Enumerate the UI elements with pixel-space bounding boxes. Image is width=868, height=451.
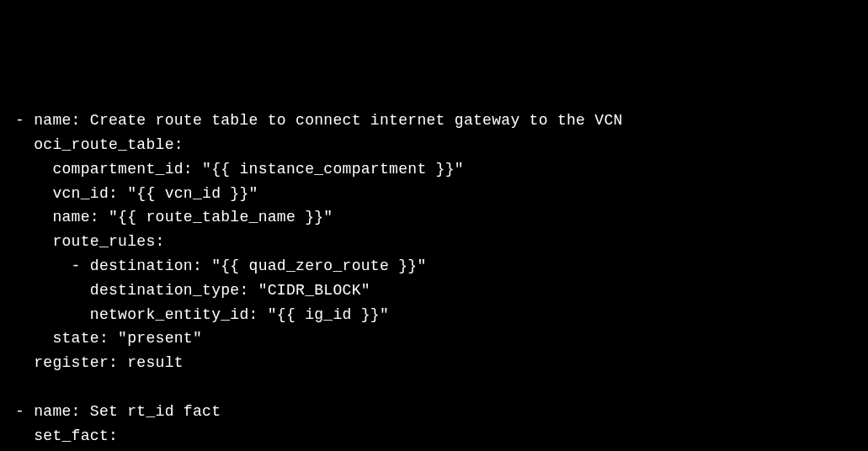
code-block: - name: Create route table to connect in… bbox=[15, 109, 853, 451]
code-line: route_rules: bbox=[15, 233, 165, 250]
code-line: vcn_id: "{{ vcn_id }}" bbox=[15, 185, 258, 202]
code-line: network_entity_id: "{{ ig_id }}" bbox=[15, 306, 389, 323]
code-line: state: "present" bbox=[15, 330, 202, 347]
code-line: name: "{{ route_table_name }}" bbox=[15, 209, 333, 226]
code-line: - name: Set rt_id fact bbox=[15, 403, 221, 420]
code-line: - destination: "{{ quad_zero_route }}" bbox=[15, 257, 426, 274]
code-line: compartment_id: "{{ instance_compartment… bbox=[15, 161, 464, 178]
code-line: - name: Create route table to connect in… bbox=[15, 112, 623, 129]
code-line: register: result bbox=[15, 354, 184, 371]
code-line: set_fact: bbox=[15, 427, 118, 444]
code-line: destination_type: "CIDR_BLOCK" bbox=[15, 282, 370, 299]
code-line: oci_route_table: bbox=[15, 136, 184, 153]
